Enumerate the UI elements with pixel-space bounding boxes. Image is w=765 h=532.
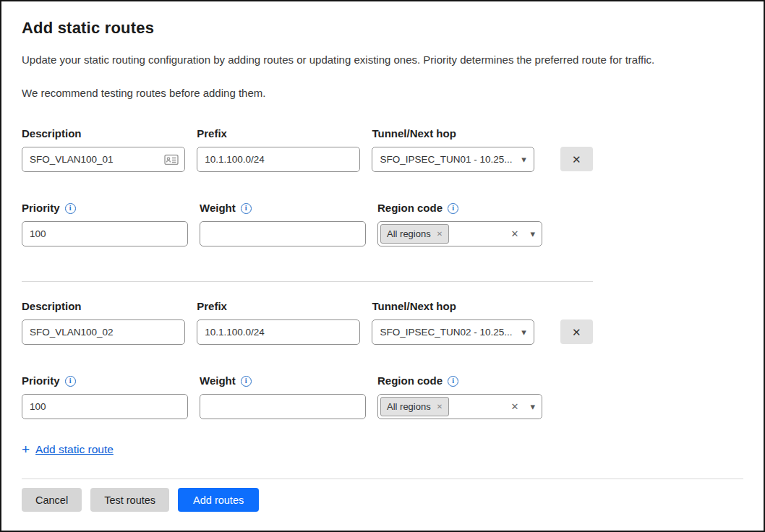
tunnel-select-2[interactable]: SFO_IPSEC_TUN02 - 10.25... ▾ (372, 319, 534, 345)
add-static-routes-dialog: { "page": { "title": "Add static routes"… (0, 0, 765, 532)
weight-field-2: Weight i (200, 374, 366, 419)
page-title: Add static routes (22, 19, 743, 38)
note-text: We recommend testing routes before addin… (22, 87, 743, 99)
prefix-label-text: Prefix (197, 299, 227, 314)
chip-remove-icon[interactable]: ✕ (437, 230, 443, 238)
route-2-main-row: Description Prefix Tunnel/Next hop SFO_I… (22, 299, 593, 345)
description-input-1[interactable] (22, 147, 185, 172)
priority-input-2[interactable] (22, 394, 188, 419)
priority-label: Priority i (22, 201, 188, 215)
add-static-route-row: + Add static route (22, 442, 743, 456)
add-static-route-link[interactable]: Add static route (35, 443, 114, 456)
add-routes-button[interactable]: Add routes (178, 488, 259, 512)
region-label-text: Region code (377, 201, 443, 215)
description-field-2: Description (22, 299, 185, 345)
info-icon[interactable]: i (65, 376, 76, 387)
footer-divider (22, 479, 743, 479)
region-multiselect-2[interactable]: All regions ✕ ✕ ▾ (377, 394, 542, 419)
prefix-input-2[interactable] (197, 319, 360, 345)
footer-buttons: Cancel Test routes Add routes (22, 488, 743, 512)
info-icon[interactable]: i (448, 203, 458, 214)
chevron-down-icon: ▾ (521, 327, 526, 337)
prefix-label: Prefix (197, 299, 360, 314)
intro-text: Update your static routing configuration… (22, 53, 743, 66)
clear-icon[interactable]: ✕ (511, 228, 519, 239)
region-field-2: Region code i All regions ✕ ✕ ▾ (377, 374, 542, 419)
region-multiselect-1[interactable]: All regions ✕ ✕ ▾ (377, 221, 542, 246)
weight-label: Weight i (200, 201, 366, 215)
chevron-down-icon: ▾ (530, 402, 535, 411)
route-group-2: Description Prefix Tunnel/Next hop SFO_I… (22, 282, 593, 419)
info-icon[interactable]: i (241, 203, 252, 214)
prefix-input-1[interactable] (197, 147, 360, 172)
region-field-1: Region code i All regions ✕ ✕ ▾ (377, 201, 542, 246)
prefix-label-text: Prefix (197, 126, 227, 141)
region-chip: All regions ✕ (380, 397, 449, 416)
route-group-1: Description Prefix (22, 99, 593, 246)
region-chip: All regions ✕ (380, 224, 449, 244)
close-icon: ✕ (572, 154, 581, 165)
weight-input-2[interactable] (200, 394, 366, 419)
prefix-field-2: Prefix (197, 299, 360, 345)
contact-card-icon (164, 154, 179, 165)
tunnel-select-1[interactable]: SFO_IPSEC_TUN01 - 10.25... ▾ (372, 147, 534, 172)
description-label: Description (22, 126, 185, 141)
info-icon[interactable]: i (448, 376, 458, 387)
region-chip-text: All regions (387, 228, 431, 239)
remove-route-button-1[interactable]: ✕ (560, 147, 593, 171)
route-1-options-row: Priority i Weight i Region code i All re… (22, 201, 593, 246)
description-label: Description (22, 299, 185, 314)
tunnel-field-2: Tunnel/Next hop SFO_IPSEC_TUN02 - 10.25.… (372, 299, 534, 345)
route-1-main-row: Description Prefix (22, 126, 593, 172)
tunnel-label: Tunnel/Next hop (372, 126, 534, 141)
route-2-options-row: Priority i Weight i Region code i All re… (22, 374, 593, 419)
region-label-text: Region code (377, 374, 443, 388)
cancel-button[interactable]: Cancel (22, 488, 82, 512)
remove-route-button-2[interactable]: ✕ (560, 319, 593, 344)
chip-remove-icon[interactable]: ✕ (437, 403, 443, 411)
tunnel-label: Tunnel/Next hop (372, 299, 534, 314)
prefix-field-1: Prefix (197, 126, 360, 172)
priority-field-1: Priority i (22, 201, 188, 246)
priority-label-text: Priority (22, 374, 60, 388)
priority-label-text: Priority (22, 201, 60, 215)
tunnel-select-value: SFO_IPSEC_TUN02 - 10.25... (380, 327, 516, 338)
region-label: Region code i (377, 374, 542, 388)
weight-label-text: Weight (200, 201, 236, 215)
footer: Cancel Test routes Add routes (22, 479, 743, 512)
plus-icon: + (22, 442, 30, 456)
weight-input-1[interactable] (200, 221, 366, 246)
chevron-down-icon: ▾ (530, 229, 535, 239)
tunnel-label-text: Tunnel/Next hop (372, 126, 456, 141)
chevron-down-icon: ▾ (521, 155, 526, 164)
tunnel-label-text: Tunnel/Next hop (372, 299, 456, 314)
tunnel-select-value: SFO_IPSEC_TUN01 - 10.25... (380, 154, 516, 165)
tunnel-field-1: Tunnel/Next hop SFO_IPSEC_TUN01 - 10.25.… (372, 126, 534, 172)
prefix-label: Prefix (197, 126, 360, 141)
priority-input-1[interactable] (22, 221, 188, 246)
info-icon[interactable]: i (241, 376, 252, 387)
description-input-wrap (22, 147, 185, 172)
priority-label: Priority i (22, 374, 188, 388)
close-icon: ✕ (572, 327, 581, 338)
description-label-text: Description (22, 126, 82, 141)
info-icon[interactable]: i (65, 203, 76, 214)
region-chip-text: All regions (387, 401, 431, 412)
description-label-text: Description (22, 299, 82, 314)
weight-field-1: Weight i (200, 201, 366, 246)
test-routes-button[interactable]: Test routes (90, 488, 169, 512)
weight-label: Weight i (200, 374, 366, 388)
region-label: Region code i (377, 201, 542, 215)
clear-icon[interactable]: ✕ (511, 401, 519, 412)
weight-label-text: Weight (200, 374, 236, 388)
priority-field-2: Priority i (22, 374, 188, 419)
description-input-2[interactable] (22, 319, 185, 345)
description-field-1: Description (22, 126, 185, 172)
